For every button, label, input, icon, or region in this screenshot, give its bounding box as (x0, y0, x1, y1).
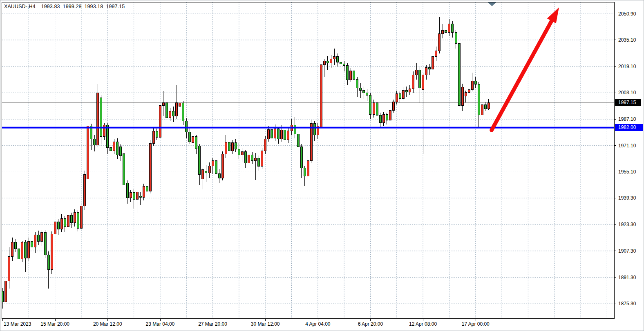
time-axis-label: 23 Mar 04:00 (142, 321, 179, 327)
price-axis-label: 2019.10 (618, 64, 636, 69)
time-axis-tick (2, 319, 3, 321)
price-axis-tick (615, 277, 616, 278)
price-axis-tick (615, 224, 616, 225)
price-axis-tick (615, 93, 616, 93)
support-level-badge: 1982.00 (615, 124, 643, 131)
price-axis-tick (615, 172, 616, 172)
price-axis-tick (615, 119, 616, 120)
time-axis-label: 30 Mar 12:00 (247, 321, 284, 327)
price-axis-label: 1939.30 (618, 195, 636, 201)
candlestick-canvas[interactable] (2, 2, 615, 319)
price-axis-label: 1971.10 (618, 143, 636, 149)
ohlc-readout: XAUUSD-,H41993.831999.281993.181997.15 (4, 4, 127, 9)
trend-arrow-head[interactable] (547, 7, 559, 23)
price-axis-label: 2003.10 (618, 90, 636, 96)
time-axis-label: 13 Mar 2023 (4, 321, 31, 327)
time-axis[interactable]: 13 Mar 202315 Mar 20:0020 Mar 12:0023 Ma… (0, 320, 644, 331)
symbol-timeframe-label: XAUUSD-,H4 (4, 4, 36, 9)
time-axis-label: 20 Mar 12:00 (89, 321, 126, 327)
price-axis-label: 2050.90 (618, 11, 636, 17)
price-axis-tick (615, 40, 616, 40)
price-axis-label: 1907.30 (618, 248, 636, 254)
price-axis-tick (615, 145, 616, 146)
price-axis-tick (615, 66, 616, 67)
price-axis-tick (615, 198, 616, 198)
trend-arrow-shaft[interactable] (492, 21, 552, 130)
price-axis-label: 1923.30 (618, 222, 636, 227)
time-axis-label: 4 Apr 04:00 (300, 321, 336, 327)
time-axis-label: 15 Mar 20:00 (37, 321, 74, 327)
price-axis-label: 1875.30 (618, 301, 636, 307)
price-axis-label: 2035.10 (618, 37, 636, 43)
price-axis-label: 1891.30 (618, 275, 636, 280)
price-axis-tick (615, 304, 616, 304)
price-axis-tick (615, 14, 616, 14)
chart-shift-indicator-icon[interactable] (488, 2, 496, 6)
time-axis-label: 27 Mar 20:00 (195, 321, 231, 327)
price-axis-label: 1987.10 (618, 116, 636, 122)
time-axis-label: 17 Apr 00:00 (457, 321, 494, 327)
open-value: 1993.83 (41, 4, 60, 9)
high-value: 1999.28 (63, 4, 82, 9)
support-line[interactable] (2, 127, 614, 129)
chart-plot-area[interactable] (2, 2, 615, 319)
time-axis-label: 12 Apr 08:00 (405, 321, 441, 327)
price-axis-tick (615, 251, 616, 251)
current-price-badge: 1997.15 (615, 99, 641, 106)
price-axis[interactable]: 1997.15 1982.00 2050.902035.102019.10200… (615, 0, 644, 331)
price-axis-label: 1955.10 (618, 169, 636, 175)
candles-group (2, 17, 490, 308)
trading-chart-window: XAUUSD-,H41993.831999.281993.181997.15 1… (0, 0, 644, 331)
close-value: 1997.15 (106, 4, 125, 9)
time-axis-label: 6 Apr 20:00 (352, 321, 389, 327)
low-value: 1993.18 (85, 4, 103, 9)
